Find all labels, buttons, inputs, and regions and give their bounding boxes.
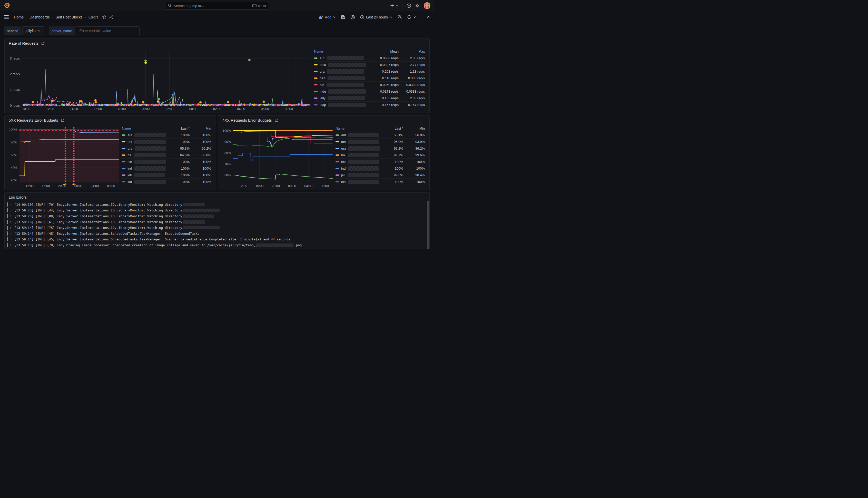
expand-log-icon[interactable]: › xyxy=(10,226,12,230)
breadcrumb-separator: › xyxy=(52,15,53,19)
legend-column-min[interactable]: Min xyxy=(403,127,425,130)
legend-column-name[interactable]: Name xyxy=(314,50,366,53)
panel-title[interactable]: 5XX Requests Error Budgets xyxy=(9,118,58,122)
dashboard-settings-button[interactable] xyxy=(350,15,355,19)
legend-value: 0.0333 req/s xyxy=(399,90,425,93)
expand-log-icon[interactable]: › xyxy=(10,214,12,218)
legend-series-name[interactable]: gra xyxy=(335,146,379,150)
expand-log-icon[interactable]: › xyxy=(10,203,12,206)
svg-text:08:00: 08:00 xyxy=(321,184,329,188)
legend-series-name[interactable]: aut xyxy=(335,133,379,137)
log-message: [13:59:14] [INF] [45] Emby.Server.Implem… xyxy=(14,232,199,236)
user-avatar[interactable] xyxy=(424,2,430,9)
save-dashboard-button[interactable] xyxy=(341,15,345,19)
help-button[interactable]: ? xyxy=(406,3,411,8)
legend-series-name[interactable]: jell xyxy=(335,173,379,177)
legend-series-name[interactable]: delu xyxy=(314,63,366,67)
news-button[interactable] xyxy=(415,3,419,8)
panel-title[interactable]: Rate of Requests xyxy=(9,41,39,45)
legend-series-name[interactable]: lda xyxy=(335,180,379,184)
log-line[interactable]: ›[13:59:16] [INF] [61] Emby.Server.Imple… xyxy=(7,219,426,225)
dashboard-nav-bar: Home › Dashboards › Self Host Blocks › E… xyxy=(0,11,434,23)
legend-value: 100% xyxy=(166,173,189,177)
legend-column-mean[interactable]: Mean xyxy=(366,50,399,53)
legend-series-name[interactable]: inde xyxy=(314,89,366,94)
legend-row: aut58.1%56.8% xyxy=(335,132,425,139)
panel-title[interactable]: Log Errors xyxy=(9,195,27,199)
redacted-text xyxy=(134,153,166,157)
share-button[interactable] xyxy=(109,15,113,19)
panel-log-errors: Log Errors ›[14:00:10] [INF] [70] Emby.S… xyxy=(4,193,430,249)
legend-series-name[interactable]: hle xyxy=(122,160,166,164)
log-line[interactable]: ›[13:59:13] [INF] [70] Emby.Drawing.Imag… xyxy=(7,242,426,248)
legend-series-name[interactable]: ha.t xyxy=(314,76,366,80)
legend-series-name[interactable]: ldap xyxy=(314,103,366,107)
legend-column-name[interactable]: Name xyxy=(335,127,379,130)
external-link-icon[interactable] xyxy=(41,41,45,45)
legend-series-name[interactable]: gra xyxy=(122,146,166,150)
external-link-icon[interactable] xyxy=(61,118,65,122)
legend-series-name[interactable]: lda xyxy=(122,180,166,184)
breadcrumb-dashboards[interactable]: Dashboards xyxy=(29,15,50,19)
log-list: ›[14:00:10] [INF] [70] Emby.Server.Imple… xyxy=(5,201,429,249)
legend-value: 84.6% xyxy=(166,153,189,157)
collapse-toolbar-button[interactable] xyxy=(427,15,430,19)
legend-series-name[interactable]: hle xyxy=(314,83,366,87)
series-name-prefix: ind xyxy=(341,167,346,170)
legend-row: ind100%100% xyxy=(335,165,425,172)
breadcrumb-folder[interactable]: Self Host Blocks xyxy=(55,15,83,19)
mega-menu-toggle[interactable] xyxy=(4,15,9,19)
server-name-variable-input[interactable] xyxy=(76,26,139,35)
log-line[interactable]: ›[14:00:10] [INF] [70] Emby.Server.Imple… xyxy=(7,202,426,208)
legend-column-min[interactable]: Min xyxy=(189,127,211,130)
legend-series-name[interactable]: aut xyxy=(122,133,166,137)
legend-series-name[interactable]: ind xyxy=(335,166,379,171)
refresh-button[interactable] xyxy=(407,15,416,19)
grafana-logo-icon[interactable] xyxy=(4,2,11,9)
expand-log-icon[interactable]: › xyxy=(10,209,12,212)
zoom-out-button[interactable] xyxy=(398,15,402,19)
legend-series-name[interactable]: ha. xyxy=(122,153,166,157)
favorite-button[interactable] xyxy=(102,15,106,19)
legend-column-max[interactable]: Max xyxy=(399,50,425,53)
expand-log-icon[interactable]: › xyxy=(10,238,12,241)
svg-text:04:00: 04:00 xyxy=(91,184,99,188)
legend-series-name[interactable]: aut xyxy=(314,56,366,60)
svg-text:20:00: 20:00 xyxy=(142,107,149,111)
legend-series-name[interactable]: del xyxy=(335,140,379,144)
log-line[interactable]: ›[13:59:14] [INF] [45] Emby.Server.Imple… xyxy=(7,237,426,243)
legend-column-last[interactable]: Last * xyxy=(379,127,403,130)
log-line[interactable]: ›[13:59:25] [INF] [44] Emby.Server.Imple… xyxy=(7,208,426,213)
legend-value: 0.201 req/s xyxy=(366,69,399,74)
legend-row: gra92.2%86.2% xyxy=(335,145,425,152)
legend-series-name[interactable]: ind xyxy=(122,166,166,171)
expand-log-icon[interactable]: › xyxy=(10,243,12,247)
log-message: [13:59:14] [INF] [45] Emby.Server.Implem… xyxy=(14,237,290,241)
external-link-icon[interactable] xyxy=(275,118,278,122)
log-line[interactable]: ›[13:59:25] [INF] [80] Emby.Server.Imple… xyxy=(7,213,426,219)
legend-series-name[interactable]: ha. xyxy=(335,153,379,157)
panel-title[interactable]: 4XX Requests Error Budgets xyxy=(223,118,272,122)
breadcrumb-home[interactable]: Home xyxy=(14,15,24,19)
legend-series-name[interactable]: hle xyxy=(335,160,379,164)
service-variable-select[interactable]: jellyfin xyxy=(22,26,44,35)
redacted-text xyxy=(348,166,379,171)
log-line[interactable]: ›[13:59:14] [INF] [75] Emby.Server.Imple… xyxy=(7,225,426,231)
time-range-picker[interactable]: Last 24 hours xyxy=(360,15,392,19)
search-input[interactable] xyxy=(174,4,250,8)
legend-column-last[interactable]: Last * xyxy=(166,127,189,130)
log-scrollbar[interactable] xyxy=(427,201,429,249)
expand-log-icon[interactable]: › xyxy=(10,220,12,224)
expand-log-icon[interactable]: › xyxy=(10,232,12,235)
log-line[interactable]: ›[13:59:14] [INF] [45] Emby.Server.Imple… xyxy=(7,231,426,237)
legend-series-name[interactable]: del xyxy=(122,140,166,144)
legend-series-name[interactable]: jell xyxy=(122,173,166,177)
breadcrumb-separator: › xyxy=(85,15,86,19)
legend-series-name[interactable]: gra xyxy=(314,69,366,74)
legend-series-name[interactable]: jelly xyxy=(314,96,366,100)
add-panel-button[interactable]: Add xyxy=(319,15,336,19)
legend-column-name[interactable]: Name xyxy=(122,127,166,130)
legend-value: 1.13 req/s xyxy=(399,69,425,74)
new-button[interactable] xyxy=(390,4,398,8)
log-message: [13:59:16] [INF] [61] Emby.Server.Implem… xyxy=(14,220,182,224)
